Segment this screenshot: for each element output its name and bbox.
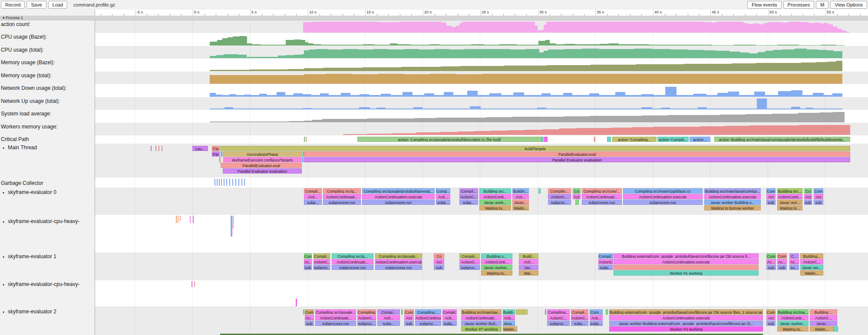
trace-slice[interactable]: Compil... (314, 253, 330, 259)
trace-slice[interactable]: ActionC... (357, 315, 376, 320)
trace-slice[interactable]: ActionConti... (777, 315, 809, 320)
trace-slice[interactable]: Ac... (777, 259, 787, 264)
trace-slice[interactable]: Com (404, 309, 414, 315)
trace-slice[interactable]: Wai... (519, 270, 538, 276)
trace-slice[interactable]: ActionC... (598, 259, 613, 264)
trace-slice[interactable]: sub (766, 265, 776, 270)
trace-slice[interactable]: subprocess.run (315, 321, 356, 326)
trace-slice[interactable] (544, 137, 548, 142)
trace-slice[interactable]: Waitin... (503, 326, 517, 332)
collapse-arrow-icon[interactable]: ▾ (3, 255, 8, 259)
trace-slice[interactable]: subproc... (459, 265, 480, 270)
track-label-skyframe-evaluator-cpu-heavy[interactable]: ▾skyframe-evaluator-cpu-heavy- (1, 281, 79, 287)
trace-slice[interactable]: Acti... (442, 315, 457, 320)
trace-slice[interactable]: ParallelEvaluator.eval (304, 151, 850, 157)
trace-slice[interactable]: subprocess.run (323, 200, 361, 205)
trace-slice[interactable]: ParallelEvaluator.eval (221, 163, 302, 168)
trace-slice[interactable] (538, 188, 541, 194)
trace-slice[interactable]: subprocess.run (582, 200, 622, 205)
load-button[interactable]: Load (48, 1, 67, 9)
trace-slice[interactable]: ActionC... (548, 194, 571, 199)
trace-tick[interactable] (194, 281, 195, 287)
trace-slice[interactable]: Compil... (304, 188, 322, 194)
flow-events-button[interactable]: Flow events (747, 1, 782, 9)
trace-slice[interactable] (542, 137, 544, 142)
trace-slice[interactable]: subp... (459, 200, 478, 205)
trace-slice[interactable]: ActionC... (810, 315, 837, 320)
gc-tick[interactable] (229, 179, 230, 186)
trace-slice[interactable] (158, 146, 159, 151)
timeline-ruler[interactable]: -5 s0 s5 s10 s15 s20 s25 s30 s35 s40 s45… (0, 10, 868, 16)
trace-slice[interactable]: Com (304, 253, 312, 259)
trace-slice[interactable]: su... (789, 265, 799, 270)
trace-slice[interactable] (162, 146, 162, 151)
trace-slice[interactable]: Acti... (590, 315, 603, 320)
trace-slice[interactable]: Javac worker... (777, 321, 809, 326)
trace-slice[interactable]: Compil... (442, 309, 457, 315)
trace-slice[interactable]: Act (766, 315, 776, 320)
trace-slice[interactable]: Worker #7 working (461, 326, 502, 332)
trace-slice[interactable]: Compi... (377, 309, 400, 315)
trace-slice[interactable] (155, 146, 156, 151)
gc-tick[interactable] (217, 179, 218, 186)
trace-slice[interactable] (401, 309, 403, 315)
trace-slice[interactable]: Javac... (512, 200, 529, 205)
trace-slice[interactable]: Buildin... (512, 188, 529, 194)
trace-slice[interactable]: action 'Compiling src/google/protobuf/de… (357, 137, 542, 142)
trace-slice[interactable]: subproc... (547, 321, 570, 326)
trace-slice[interactable] (606, 309, 608, 315)
timeline-tracks[interactable]: action 'Compiling src/google/protobuf/de… (0, 20, 868, 335)
trace-slice[interactable]: subproc... (357, 321, 376, 326)
trace-slice[interactable]: ActionC... (314, 259, 330, 264)
trace-slice[interactable]: Ac... (766, 259, 776, 264)
trace-slice[interactable]: Com (766, 188, 776, 194)
chart-network-up-usage[interactable] (0, 98, 868, 109)
trace-slice[interactable]: ActionConti... (479, 194, 511, 199)
trace-slice[interactable]: sub (804, 200, 812, 205)
gc-tick[interactable] (238, 179, 239, 186)
trace-slice[interactable] (304, 137, 305, 142)
trace-slice[interactable]: subp... (571, 321, 588, 326)
view-options-button[interactable]: View Options (830, 1, 867, 9)
trace-slice[interactable]: Compili... (459, 253, 480, 259)
trace-tick[interactable] (233, 216, 234, 229)
gc-tick[interactable] (219, 179, 220, 186)
trace-slice[interactable]: Compiling src/google... (375, 253, 422, 259)
trace-slice[interactable]: subp... (304, 200, 322, 205)
trace-slice[interactable]: ActionC... (800, 259, 823, 264)
m-button[interactable]: M (816, 1, 828, 9)
trace-slice[interactable]: Compiling src/google/protobuf/generat... (362, 188, 435, 194)
trace-slice[interactable]: ActionC... (571, 315, 588, 320)
trace-slice[interactable]: Compiling ... (415, 309, 441, 315)
gc-tick[interactable] (232, 179, 233, 186)
trace-slice[interactable]: subproc... (314, 265, 330, 270)
trace-slice[interactable]: Com (305, 309, 314, 315)
trace-slice[interactable]: sub (814, 200, 823, 205)
gc-tick[interactable] (226, 179, 227, 186)
trace-slice[interactable] (575, 200, 579, 205)
trace-slice[interactable]: ActionContinuati... (582, 194, 622, 199)
trace-slice[interactable]: Building s... (481, 253, 512, 259)
trace-slice[interactable]: Act (404, 315, 414, 320)
trace-slice[interactable]: Act (766, 194, 776, 199)
trace-slice[interactable]: Lau... (192, 146, 208, 151)
trace-slice[interactable]: ActionContinuation.execute (704, 194, 761, 199)
trace-slice[interactable]: Javac worker Building external/com_googl… (609, 321, 763, 326)
trace-slice[interactable]: Compiling src/google... (315, 309, 356, 315)
trace-slice[interactable]: Compilin... (548, 188, 571, 194)
trace-slice[interactable]: subprocess.run (332, 265, 373, 270)
trace-slice[interactable]: Comp... (436, 188, 450, 194)
trace-slice[interactable]: action 'Compiling... (612, 137, 657, 142)
trace-slice[interactable] (594, 137, 595, 142)
trace-slice[interactable]: Waiting to... (479, 205, 511, 210)
chart-workers-memory-usage[interactable] (0, 123, 868, 135)
trace-slice[interactable]: Waitin... (800, 270, 823, 276)
gc-tick[interactable] (224, 179, 224, 186)
trace-slice[interactable]: Javac work... (479, 200, 511, 205)
trace-slice[interactable]: Par (212, 146, 220, 151)
trace-slice[interactable]: Building src... (479, 188, 511, 194)
trace-slice[interactable]: Compiling src/g... (332, 253, 373, 259)
trace-tick[interactable] (296, 299, 297, 306)
gc-tick[interactable] (221, 179, 222, 186)
trace-slice[interactable] (607, 137, 611, 142)
